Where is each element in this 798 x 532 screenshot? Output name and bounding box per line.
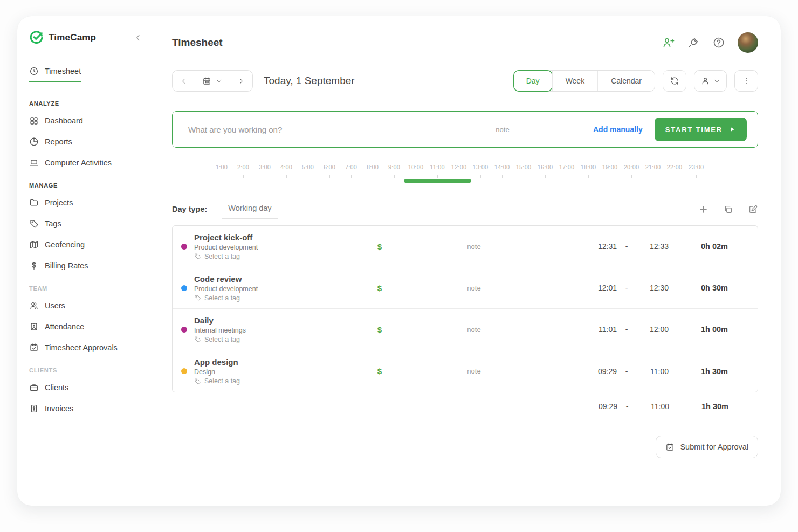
sidebar-item-geofencing[interactable]: Geofencing (29, 240, 143, 250)
entry-start-time[interactable]: 09:29 (552, 367, 617, 376)
entry-note-field[interactable]: note (396, 243, 552, 251)
sync-button[interactable] (663, 70, 686, 92)
entry-note-field[interactable]: note (396, 326, 552, 334)
timeline-hour: 7:00 (340, 164, 362, 179)
submit-for-approval-button[interactable]: Submit for Approval (656, 436, 758, 458)
current-date-label: Today, 1 September (264, 75, 355, 87)
view-tab-week[interactable]: Week (552, 71, 598, 91)
billable-dollar-icon[interactable]: $ (363, 284, 396, 293)
timeline-hour: 8:00 (362, 164, 383, 179)
entry-end-time[interactable]: 12:30 (636, 284, 669, 292)
sidebar-item-invoices[interactable]: Invoices (29, 404, 143, 413)
view-tab-day[interactable]: Day (513, 70, 553, 92)
prev-day-button[interactable] (173, 71, 195, 91)
bulk-edit-icon[interactable] (748, 204, 758, 215)
time-entry-row: Code reviewProduct developmentSelect a t… (173, 267, 758, 309)
entry-start-time[interactable]: 11:01 (552, 325, 617, 334)
sidebar-item-timesheet[interactable]: Timesheet (29, 66, 81, 82)
start-timer-button[interactable]: START TIMER (655, 118, 747, 141)
entry-title[interactable]: Project kick-off (194, 233, 258, 242)
next-day-button[interactable] (230, 71, 252, 91)
timer-bar: note Add manually START TIMER (172, 111, 758, 148)
tag-icon (194, 294, 201, 301)
sidebar-collapse-button[interactable] (133, 33, 143, 43)
timer-note-field[interactable]: note (424, 126, 581, 134)
view-tab-calendar[interactable]: Calendar (597, 71, 655, 91)
timeline-hour: 16:00 (534, 164, 556, 179)
sidebar-item-computer-activities[interactable]: Computer Activities (29, 158, 143, 168)
entry-project[interactable]: Product development (194, 244, 258, 251)
sidebar-item-attendance[interactable]: Attendance (29, 322, 143, 331)
tracked-time-bar[interactable] (404, 179, 471, 183)
billable-dollar-icon[interactable]: $ (363, 367, 396, 376)
select-tag-button[interactable]: Select a tag (194, 336, 246, 343)
entry-project[interactable]: Design (194, 368, 240, 376)
select-tag-button[interactable]: Select a tag (194, 377, 240, 385)
entry-note-field[interactable]: note (396, 284, 552, 292)
entry-info: App designDesignSelect a tag (181, 351, 363, 391)
entry-title[interactable]: Code review (194, 274, 258, 284)
add-entry-icon[interactable] (698, 204, 708, 215)
date-navigation (172, 70, 253, 92)
entry-end-time[interactable]: 12:00 (636, 325, 669, 334)
entry-title[interactable]: App design (194, 357, 240, 367)
timecamp-logo-icon (29, 30, 44, 45)
sidebar-item-label: Billing Rates (45, 261, 88, 270)
sidebar-item-label: Geofencing (45, 240, 85, 249)
entry-end-time[interactable]: 11:00 (636, 367, 669, 376)
entry-duration[interactable]: 0h 30m (669, 284, 728, 292)
submit-label: Submit for Approval (680, 443, 748, 451)
select-tag-button[interactable]: Select a tag (194, 294, 258, 302)
calendar-check-icon (665, 443, 675, 452)
sidebar-item-clients[interactable]: Clients (29, 383, 143, 392)
entry-duration[interactable]: 1h 00m (669, 325, 728, 334)
entry-duration[interactable]: 1h 30m (669, 367, 728, 376)
copy-entries-icon[interactable] (723, 204, 733, 215)
sidebar-item-tags[interactable]: Tags (29, 219, 143, 229)
time-entries-panel: Project kick-offProduct developmentSelec… (172, 225, 758, 392)
sidebar-item-reports[interactable]: Reports (29, 137, 143, 147)
timeline-hour: 9:00 (383, 164, 405, 179)
invite-user-icon[interactable] (662, 36, 675, 49)
add-manually-button[interactable]: Add manually (581, 125, 655, 134)
entry-start-time[interactable]: 12:31 (552, 242, 617, 251)
task-input[interactable] (187, 125, 424, 135)
integrations-plug-icon[interactable] (687, 36, 700, 49)
folder-icon (29, 198, 39, 208)
entry-note-field[interactable]: note (396, 367, 552, 375)
timeline-hour: 6:00 (319, 164, 340, 179)
day-type-value[interactable]: Working day (222, 204, 278, 219)
sidebar-item-label: Invoices (45, 404, 73, 413)
chevron-left-icon (133, 33, 143, 43)
entry-start-time[interactable]: 12:01 (552, 284, 617, 292)
project-color-dot (181, 327, 187, 333)
select-tag-button[interactable]: Select a tag (194, 253, 258, 260)
entry-duration[interactable]: 0h 02m (669, 242, 728, 251)
tag-icon (194, 253, 201, 260)
entry-title[interactable]: Daily (194, 316, 246, 325)
entry-project[interactable]: Internal meetings (194, 327, 246, 334)
sidebar-item-dashboard[interactable]: Dashboard (29, 116, 143, 126)
sidebar-item-projects[interactable]: Projects (29, 198, 143, 208)
date-picker-button[interactable] (195, 71, 230, 91)
page-title: Timesheet (172, 37, 223, 49)
dashboard-icon (29, 116, 39, 126)
avatar[interactable] (738, 32, 758, 53)
billable-dollar-icon[interactable]: $ (363, 242, 396, 251)
sidebar-item-billing-rates[interactable]: Billing Rates (29, 261, 143, 271)
entry-end-time[interactable]: 12:33 (636, 242, 669, 251)
user-filter-button[interactable] (694, 70, 727, 92)
billable-dollar-icon[interactable]: $ (363, 325, 396, 334)
sidebar: TimeCamp Timesheet ANALYZEDashboardRepor… (17, 16, 154, 506)
more-options-button[interactable] (734, 70, 758, 92)
help-icon[interactable] (712, 36, 725, 49)
timeline-hour: 14:00 (491, 164, 513, 179)
entry-project[interactable]: Product development (194, 285, 258, 293)
time-entry-row: Project kick-offProduct developmentSelec… (173, 226, 758, 267)
sidebar-item-timesheet-approvals[interactable]: Timesheet Approvals (29, 343, 143, 353)
sidebar-item-label: Attendance (45, 322, 84, 331)
sidebar-item-users[interactable]: Users (29, 301, 143, 310)
map-icon (29, 240, 39, 250)
project-color-dot (181, 244, 187, 250)
tag-icon (29, 219, 39, 229)
